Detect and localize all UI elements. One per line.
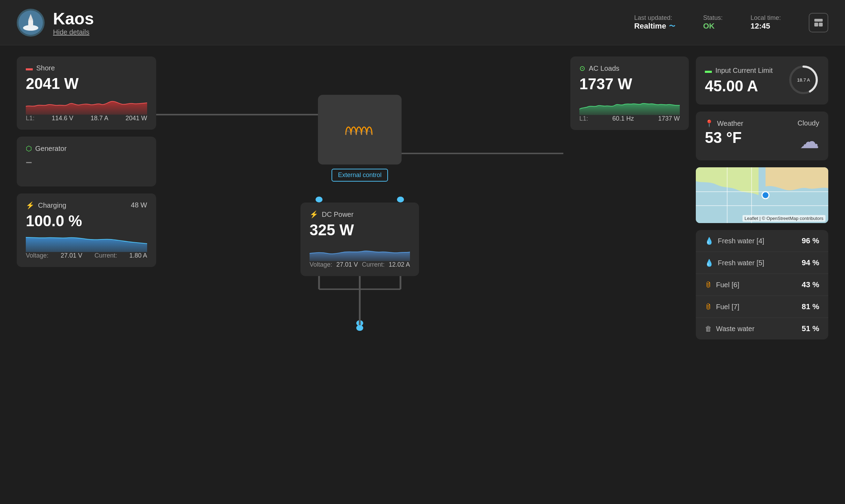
weather-icon: 📍: [705, 119, 714, 128]
local-time: Local time: 12:45: [751, 14, 781, 31]
shore-stats: L1: 114.6 V 18.7 A 2041 W: [26, 115, 147, 122]
ac-icon: ⊙: [579, 64, 585, 72]
dc-power-stats: Voltage: 27.01 V Current: 12.02 A: [310, 261, 410, 268]
tank-fuel-6-value: 43 %: [802, 280, 819, 289]
local-time-label: Local time:: [751, 14, 781, 22]
input-current-limit-card: ▬ Input Current Limit 45.00 A 18.7 A: [696, 56, 828, 105]
shore-value: 2041 W: [26, 75, 147, 92]
svg-text:18.7 A: 18.7 A: [797, 77, 810, 83]
input-limit-info: ▬ Input Current Limit 45.00 A: [705, 67, 773, 95]
input-limit-gauge: 18.7 A: [788, 64, 819, 97]
fresh-water-4-icon: 💧: [705, 237, 714, 245]
realtime-wave-icon: 〜: [669, 22, 675, 30]
cloud-icon: ☁: [798, 130, 819, 153]
tank-fresh-water-4: 💧 Fresh water [4] 96 %: [696, 230, 828, 252]
ac-loads-card: ⊙ AC Loads 1737 W L1: 60: [570, 56, 689, 130]
status: Status: OK: [703, 14, 723, 31]
weather-row: 📍 Weather 53 °F Cloudy ☁: [705, 119, 819, 153]
inverter-box: [318, 95, 402, 165]
local-time-value: 12:45: [751, 22, 781, 31]
tank-waste-water-value: 51 %: [802, 324, 819, 333]
svg-rect-4: [814, 19, 823, 22]
generator-card: ⬡ Generator –: [17, 137, 156, 186]
ac-loads-title: ⊙ AC Loads: [579, 64, 680, 72]
map-credit: Leaflet | © OpenStreetMap contributors: [743, 215, 825, 222]
charging-badge: 48 W: [131, 201, 147, 209]
svg-point-13: [356, 320, 363, 326]
status-value: OK: [703, 22, 723, 31]
generator-title: ⬡ Generator: [26, 144, 147, 153]
tank-fresh-water-5-label: Fresh water [5]: [718, 259, 764, 267]
last-updated: Last updated: Realtime 〜: [634, 14, 675, 31]
hide-details-link[interactable]: Hide details: [53, 28, 90, 36]
inverter-container: External control: [318, 84, 402, 182]
weather-temp: 53 °F: [705, 129, 743, 146]
generator-value: –: [26, 155, 147, 168]
tank-fresh-water-4-label: Fresh water [4]: [718, 237, 764, 245]
weather-title: 📍 Weather: [705, 119, 743, 128]
last-updated-value: Realtime 〜: [634, 22, 675, 31]
external-control-badge: External control: [332, 169, 388, 182]
tank-fresh-water-5-value: 94 %: [802, 258, 819, 267]
svg-rect-2: [28, 20, 33, 26]
svg-point-27: [762, 192, 769, 199]
charging-chart: [26, 234, 147, 252]
main-content: ▬ Shore 2041 W L1: 114.6: [0, 45, 845, 504]
tank-fresh-water-4-value: 96 %: [802, 236, 819, 245]
header-meta: Last updated: Realtime 〜 Status: OK Loca…: [634, 13, 828, 32]
dc-power-title: ⚡ DC Power: [310, 210, 410, 219]
last-updated-label: Last updated:: [634, 14, 675, 22]
tank-fuel-7-value: 81 %: [802, 302, 819, 311]
tank-fresh-water-5: 💧 Fresh water [5] 94 %: [696, 252, 828, 274]
dc-power-chart: [310, 243, 410, 261]
input-limit-value: 45.00 A: [705, 77, 773, 95]
vessel-info: Kaos Hide details: [53, 9, 94, 36]
weather-right: Cloudy ☁: [798, 119, 819, 153]
charging-title: ⚡ Charging: [26, 201, 147, 209]
svg-rect-5: [814, 23, 818, 26]
tanks-card: 💧 Fresh water [4] 96 % 💧 Fresh water [5]…: [696, 230, 828, 339]
charging-stats: Voltage: 27.01 V Current: 1.80 A: [26, 252, 147, 259]
generator-icon: ⬡: [26, 144, 32, 153]
far-right-panel: ▬ Input Current Limit 45.00 A 18.7 A: [696, 56, 828, 493]
ac-loads-stats: L1: 60.1 Hz 1737 W: [579, 115, 680, 122]
map-container[interactable]: Leaflet | © OpenStreetMap contributors: [696, 167, 828, 223]
tank-fuel-6-label: Fuel [6]: [716, 281, 739, 289]
dc-power-value: 325 W: [310, 221, 410, 239]
shore-title: ▬ Shore: [26, 64, 147, 72]
layout-toggle-button[interactable]: [809, 13, 828, 32]
vessel-name: Kaos: [53, 9, 94, 28]
ac-loads-value: 1737 W: [579, 75, 680, 93]
charging-icon: ⚡: [26, 201, 35, 209]
map-visual: Leaflet | © OpenStreetMap contributors: [696, 167, 828, 223]
dc-icon: ⚡: [310, 210, 318, 219]
weather-condition: Cloudy: [798, 119, 819, 127]
shore-card: ▬ Shore 2041 W L1: 114.6: [17, 56, 156, 130]
header: Kaos Hide details Last updated: Realtime…: [0, 0, 845, 45]
weather-card: 📍 Weather 53 °F Cloudy ☁: [696, 112, 828, 160]
tank-waste-water: 🗑 Waste water 51 %: [696, 318, 828, 339]
svg-point-11: [315, 197, 322, 203]
fuel-7-icon: 🛢: [705, 303, 712, 311]
weather-left: 📍 Weather 53 °F: [705, 119, 743, 146]
center-panel: External control ⚡ DC Power 325 W: [156, 56, 563, 493]
svg-point-18: [356, 325, 363, 331]
ac-loads-chart: [579, 97, 680, 115]
status-label: Status:: [703, 14, 723, 22]
tank-fuel-7: 🛢 Fuel [7] 81 %: [696, 296, 828, 318]
fresh-water-5-icon: 💧: [705, 259, 714, 267]
ac-section: ⊙ AC Loads 1737 W L1: 60: [563, 56, 696, 493]
shore-chart: [26, 97, 147, 115]
charging-card: ⚡ Charging 48 W 100.0 % Vo: [17, 193, 156, 267]
input-limit-title: ▬ Input Current Limit: [705, 67, 773, 75]
waste-water-icon: 🗑: [705, 325, 712, 333]
tank-fuel-7-label: Fuel [7]: [716, 303, 739, 311]
tank-waste-water-label: Waste water: [716, 325, 754, 333]
dc-power-card: ⚡ DC Power 325 W Voltage:: [300, 203, 419, 276]
shore-icon: ▬: [26, 64, 33, 72]
svg-rect-6: [819, 23, 823, 26]
svg-point-12: [397, 197, 404, 203]
input-limit-icon: ▬: [705, 67, 712, 75]
charging-value: 100.0 %: [26, 212, 147, 230]
left-panel: ▬ Shore 2041 W L1: 114.6: [17, 56, 156, 493]
